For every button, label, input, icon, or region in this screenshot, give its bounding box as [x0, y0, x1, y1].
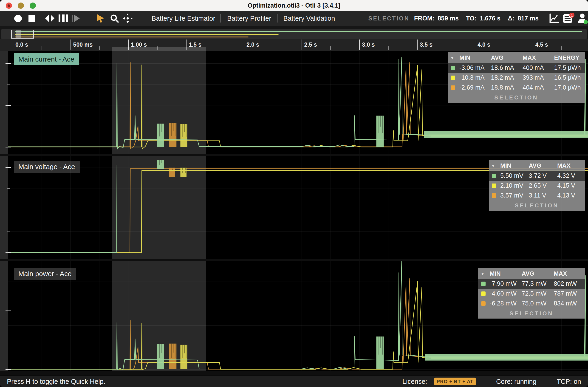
stats-value: 4.32 V — [556, 172, 585, 179]
stats-value: 834 mW — [553, 300, 585, 307]
timeline-minor-tick — [504, 46, 504, 50]
zoom-search-icon[interactable] — [110, 11, 119, 26]
license-badge[interactable]: PRO + BT + AT — [434, 378, 476, 385]
timeline-tick-label: 3.5 s — [420, 41, 433, 48]
stats-value: 5.50 mV — [499, 172, 528, 179]
stats-row[interactable]: -10.3 mA18.2 mA393 mA16.5 µWh — [448, 73, 585, 83]
recording-overview[interactable] — [1, 29, 587, 39]
quick-help-hint: Press H to toggle the Quick Help. — [7, 378, 105, 385]
stats-row[interactable]: -7.90 mW77.3 mW802 mW — [478, 279, 585, 289]
tab-battery-profiler[interactable]: Battery Profiler — [225, 11, 273, 26]
stats-value: 77.3 mW — [521, 280, 553, 287]
stop-icon[interactable] — [28, 11, 35, 26]
sort-caret-icon[interactable]: ▾ — [482, 271, 489, 276]
stats-value: 75.0 mW — [521, 300, 553, 307]
timeline-minor-tick — [273, 46, 273, 50]
series-swatch-icon — [451, 76, 455, 80]
pan-move-icon[interactable] — [123, 11, 133, 26]
stats-value: 3.57 mV — [499, 192, 528, 199]
y-axis-label: 400 mA — [0, 48, 1, 67]
timeline-minor-tick — [42, 46, 42, 50]
ruler-selection-band[interactable] — [112, 47, 206, 51]
timeline-minor-tick — [330, 46, 331, 50]
overview-view-window[interactable] — [11, 30, 34, 39]
stats-table-power[interactable]: ▾MINAVGMAX-7.90 mW77.3 mW802 mW-4.60 mW7… — [478, 268, 585, 319]
y-axis-tick — [5, 210, 11, 210]
timeline-tick-label: 4.0 s — [478, 41, 490, 48]
core-status: Core: running — [496, 378, 537, 385]
sort-caret-icon[interactable]: ▾ — [451, 55, 459, 61]
tab-separator — [277, 14, 277, 22]
stats-value: -10.3 mA — [459, 74, 490, 81]
notes-icon[interactable]: 1 — [562, 11, 575, 26]
timeline-tick-label: 500 ms — [73, 41, 93, 48]
stats-value: 17.0 µWh — [553, 84, 585, 91]
swatch-cell — [489, 183, 499, 188]
user-icon[interactable] — [577, 11, 588, 26]
y-axis-label: 2 V — [0, 206, 1, 214]
chart-label-power[interactable]: Main power - Ace — [14, 268, 76, 280]
stats-row[interactable]: -6.28 mW75.0 mW834 mW — [478, 299, 585, 308]
timeline-minor-tick — [388, 46, 389, 50]
chart-label-voltage[interactable]: Main voltage - Ace — [14, 161, 80, 173]
swatch-cell — [448, 85, 459, 90]
otii-window: Optimization.otii3 - Otii 3 [3.4.1] B — [0, 0, 588, 387]
recording-orange — [15, 37, 249, 38]
selection-from-label: FROM: — [414, 15, 434, 22]
timeline-minor-tick — [99, 46, 100, 50]
stats-row[interactable]: 5.50 mV3.72 V4.32 V — [489, 171, 585, 181]
burst-ace-green — [425, 354, 588, 361]
stats-value: 16.5 µWh — [553, 74, 585, 81]
play-icon[interactable] — [71, 11, 80, 26]
stats-table-voltage[interactable]: ▾MINAVGMAX5.50 mV3.72 V4.32 V2.10 mV2.65… — [489, 160, 585, 211]
y-axis-label: 4 V — [0, 163, 1, 171]
timeline-minor-tick — [561, 46, 562, 50]
timeline-tick-label: 1.00 s — [131, 41, 147, 48]
notification-badge: 1 — [571, 13, 573, 17]
tab-separator — [220, 14, 221, 22]
y-axis-tick — [5, 167, 11, 168]
stats-value: 787 mW — [553, 290, 585, 297]
stats-value: 3.72 V — [528, 172, 556, 179]
series-swatch-icon — [451, 85, 455, 90]
y-axis-minor-tick — [7, 231, 10, 231]
stats-header-row: ▾MINAVGMAX — [489, 160, 585, 171]
timeline-tick-label: 2.0 s — [247, 41, 259, 48]
chart-label-current[interactable]: Main current - Ace — [14, 53, 79, 65]
timeline-ruler[interactable]: 0.0 s500 ms1.00 s1.5 s2.0 s2.5 s3.0 s3.5… — [0, 39, 588, 51]
stats-row[interactable]: 2.10 mV2.65 V4.15 V — [489, 181, 585, 191]
y-axis-label: 200 mA — [0, 90, 1, 109]
swatch-cell — [478, 291, 489, 296]
y-axis-tick — [5, 310, 11, 311]
expand-horizontal-icon[interactable] — [45, 11, 55, 26]
stats-row[interactable]: 3.57 mV3.11 V4.13 V — [489, 191, 585, 201]
timeline-tick-label: 3.0 s — [362, 41, 375, 48]
stats-value: -2.69 mA — [459, 84, 490, 91]
stats-row[interactable]: -2.69 mA18.8 mA404 mA17.0 µWh — [448, 83, 585, 93]
timeline-tick-label: 2.5 s — [304, 41, 317, 48]
chart-icon[interactable] — [549, 11, 559, 26]
stats-table-current[interactable]: ▾MINAVGMAXENERGY-3.06 mA18.6 mA400 mA17.… — [448, 52, 585, 103]
y-axis-minor-tick — [7, 126, 10, 126]
y-axis-tick — [5, 63, 11, 64]
tcp-status: TCP: on — [557, 378, 581, 385]
selection-to-value: 1.676 s — [480, 15, 501, 22]
tab-battery-validation[interactable]: Battery Validation — [282, 11, 336, 26]
stats-header-row: ▾MINAVGMAX — [478, 268, 585, 279]
y-axis-minor-tick — [7, 340, 10, 340]
record-icon[interactable] — [14, 11, 22, 26]
stats-value: -7.90 mW — [489, 280, 521, 287]
stats-row[interactable]: -3.06 mA18.6 mA400 mA17.5 µWh — [448, 63, 585, 73]
stats-value: 2.65 V — [528, 182, 556, 189]
swatch-cell — [478, 282, 489, 286]
stats-row[interactable]: -4.60 mW72.5 mW787 mW — [478, 289, 585, 299]
y-axis-tick — [5, 369, 11, 370]
selection-delta-value: 817 ms — [518, 15, 539, 22]
stats-header-row: ▾MINAVGMAXENERGY — [448, 52, 585, 63]
columns-view-icon[interactable] — [58, 11, 68, 26]
chart-separator — [0, 371, 588, 376]
cursor-arrow-icon[interactable] — [96, 11, 105, 26]
overview-selection-band[interactable] — [16, 30, 21, 38]
sort-caret-icon[interactable]: ▾ — [492, 163, 499, 168]
tab-battery-life-estimator[interactable]: Battery Life Estimator — [150, 11, 216, 26]
